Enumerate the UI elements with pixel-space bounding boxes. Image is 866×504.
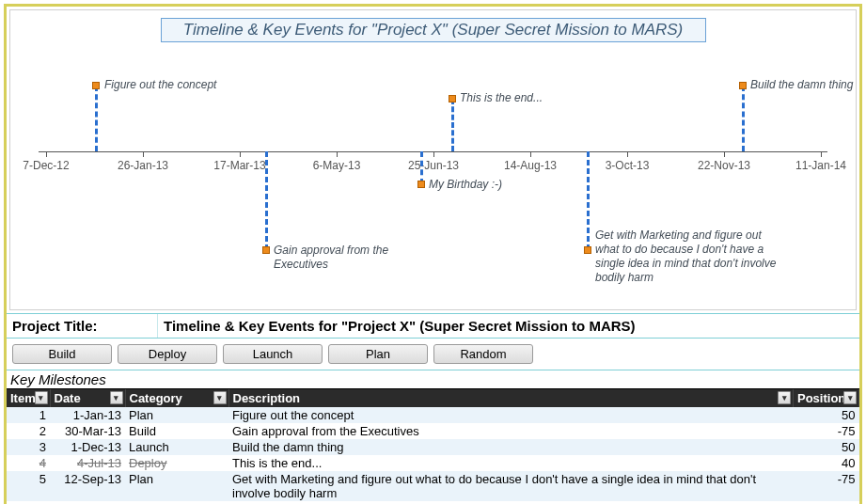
axis-tick: 6-May-13 <box>313 159 361 172</box>
filter-dropdown-icon[interactable]: ▾ <box>213 391 227 404</box>
table-row[interactable]: 3 1-Dec-13 Launch Build the damn thing 5… <box>7 439 859 455</box>
random-button[interactable]: Random <box>433 344 533 364</box>
table-row[interactable]: 1 1-Jan-13 Plan Figure out the concept 5… <box>7 407 859 423</box>
worksheet: Timeline & Key Events for "Project X" (S… <box>4 4 862 504</box>
event-label: My Birthday :-) <box>429 178 502 192</box>
deploy-button[interactable]: Deploy <box>118 344 217 364</box>
milestones-heading: Key Milestones <box>7 370 859 389</box>
axis-tick: 14-Aug-13 <box>504 159 557 172</box>
milestones-table: Item▾ Date▾ Category▾ Description▾ Posit… <box>7 389 859 504</box>
table-row[interactable]: 2 30-Mar-13 Build Gain approval from the… <box>7 423 859 439</box>
project-title-value[interactable]: Timeline & Key Events for "Project X" (S… <box>157 314 859 338</box>
filter-dropdown-icon[interactable]: ▾ <box>778 391 791 404</box>
launch-button[interactable]: Launch <box>223 344 323 364</box>
axis-tick: 25-Jun-13 <box>408 159 459 172</box>
filter-dropdown-icon[interactable]: ▾ <box>843 391 857 404</box>
event-stem <box>451 99 454 151</box>
event-stem <box>265 151 268 250</box>
plan-button[interactable]: Plan <box>328 344 428 364</box>
event-marker-icon <box>262 246 270 254</box>
event-stem <box>742 86 745 151</box>
milestones-body: 1 1-Jan-13 Plan Figure out the concept 5… <box>7 407 859 504</box>
event-stem <box>420 151 423 184</box>
axis-tick: 3-Oct-13 <box>606 159 650 172</box>
event-label: Build the damn thing <box>750 78 853 92</box>
table-row[interactable]: 5 12-Sep-13 Plan Get with Marketing and … <box>7 471 859 501</box>
event-stem <box>587 151 590 250</box>
event-label: This is the end... <box>460 91 543 105</box>
axis-tick: 22-Nov-13 <box>698 159 750 172</box>
axis-tick: 17-Mar-13 <box>213 159 265 172</box>
col-category[interactable]: Category▾ <box>125 389 228 407</box>
build-button[interactable]: Build <box>12 344 112 364</box>
event-marker-icon <box>92 82 100 89</box>
button-bar: Build Deploy Launch Plan Random <box>7 339 859 370</box>
project-title-row: Project Title: Timeline & Key Events for… <box>7 313 859 339</box>
axis-tick: 26-Jan-13 <box>118 159 168 172</box>
table-row[interactable]: 4 4-Jul-13 Deploy This is the end... 40 <box>7 455 859 471</box>
project-title-label: Project Title: <box>7 314 157 338</box>
event-marker-icon <box>417 181 425 188</box>
col-item[interactable]: Item▾ <box>7 389 50 407</box>
timeline-chart: Timeline & Key Events for "Project X" (S… <box>9 9 857 310</box>
axis-tick: 7-Dec-12 <box>23 159 69 172</box>
event-marker-icon <box>584 246 591 254</box>
chart-title: Timeline & Key Events for "Project X" (S… <box>161 18 706 42</box>
col-date[interactable]: Date▾ <box>50 389 125 407</box>
col-description[interactable]: Description▾ <box>228 389 794 407</box>
filter-dropdown-icon[interactable]: ▾ <box>110 391 123 404</box>
event-stem <box>95 86 98 151</box>
event-label: Figure out the concept <box>104 78 216 92</box>
col-position[interactable]: Position▾ <box>794 389 859 407</box>
event-label: Gain approval from the Executives <box>274 244 415 272</box>
event-label: Get with Marketing and figure out what t… <box>595 228 783 285</box>
filter-dropdown-icon[interactable]: ▾ <box>35 391 48 404</box>
event-marker-icon <box>449 95 456 102</box>
event-marker-icon <box>739 82 747 89</box>
axis-tick: 11-Jan-14 <box>795 159 846 172</box>
